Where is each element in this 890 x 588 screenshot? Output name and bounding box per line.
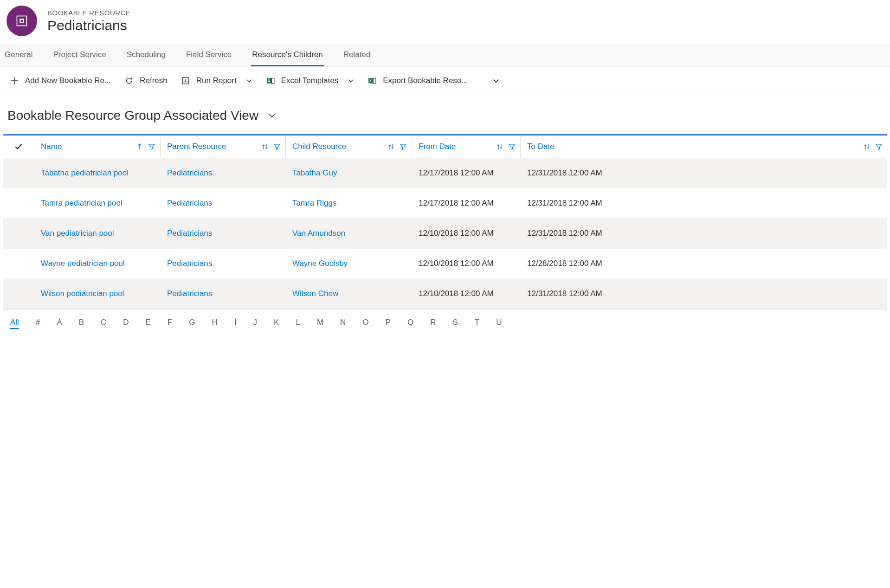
name-link[interactable]: Tabatha pediatrician pool (41, 168, 129, 178)
filter-icon[interactable] (875, 143, 883, 150)
child-link[interactable]: Wayne Goolsby (292, 259, 348, 268)
jump-g[interactable]: G (189, 318, 195, 329)
record-type-label: BOOKABLE RESOURCE (47, 9, 130, 17)
jump-t[interactable]: T (475, 318, 479, 329)
svg-rect-5 (373, 78, 376, 83)
name-link[interactable]: Van pediatrician pool (41, 229, 114, 238)
excel-icon (266, 77, 275, 85)
row-checkbox[interactable] (3, 249, 34, 278)
child-link[interactable]: Tabatha Guy (292, 168, 337, 178)
jump-l[interactable]: L (296, 318, 300, 329)
from-date: 12/10/2018 12:00 AM (419, 229, 494, 238)
svg-rect-0 (17, 16, 27, 26)
report-icon (181, 77, 190, 85)
sort-icon[interactable] (261, 143, 269, 150)
excel-export-icon (368, 77, 376, 85)
toolbar-divider (480, 75, 480, 86)
svg-rect-3 (271, 78, 274, 83)
view-selector[interactable]: Bookable Resource Group Associated View (0, 95, 890, 134)
column-header-parent[interactable]: Parent Resource (161, 136, 286, 158)
checkmark-icon (14, 142, 23, 151)
jump-m[interactable]: M (317, 318, 323, 329)
tab-resource-s-children[interactable]: Resource's Children (251, 44, 324, 66)
parent-link[interactable]: Pediatricians (167, 168, 212, 178)
child-link[interactable]: Van Amundson (292, 229, 345, 238)
add-new-button[interactable]: Add New Bookable Re... (6, 73, 116, 88)
row-checkbox[interactable] (3, 279, 34, 309)
table-row[interactable]: Tabatha pediatrician poolPediatriciansTa… (3, 158, 887, 188)
jump-k[interactable]: K (274, 318, 279, 329)
to-date: 12/31/2018 12:00 AM (527, 289, 602, 298)
jump-u[interactable]: U (496, 318, 502, 329)
row-checkbox[interactable] (3, 219, 34, 248)
row-checkbox[interactable] (3, 188, 34, 218)
jump-c[interactable]: C (101, 318, 106, 329)
jump-o[interactable]: O (362, 318, 368, 329)
tab-field-service[interactable]: Field Service (185, 44, 232, 66)
to-date: 12/31/2018 12:00 AM (527, 199, 602, 208)
jump-d[interactable]: D (123, 318, 129, 329)
table-row[interactable]: Wayne pediatrician poolPediatriciansWayn… (3, 249, 887, 279)
filter-icon[interactable] (508, 143, 516, 150)
jump-b[interactable]: B (79, 318, 84, 329)
jump-n[interactable]: N (340, 318, 346, 329)
jump-s[interactable]: S (452, 318, 458, 329)
name-link[interactable]: Tamra pediatrician pool (41, 199, 123, 208)
filter-icon[interactable] (400, 143, 407, 150)
subgrid-toolbar: Add New Bookable Re... Refresh Run Repor… (0, 67, 890, 95)
tab-project-service[interactable]: Project Service (52, 44, 107, 66)
name-link[interactable]: Wayne pediatrician pool (41, 259, 125, 268)
tab-related[interactable]: Related (342, 44, 372, 66)
column-header-from[interactable]: From Date (412, 136, 521, 158)
column-header-to[interactable]: To Date (521, 136, 887, 158)
sort-icon[interactable] (863, 143, 871, 150)
filter-icon[interactable] (148, 143, 155, 150)
filter-icon[interactable] (273, 143, 281, 150)
name-link[interactable]: Wilson pediatrician pool (41, 289, 124, 298)
chevron-down-icon (268, 111, 276, 120)
sort-asc-icon[interactable] (136, 143, 143, 150)
sort-icon[interactable] (387, 143, 395, 150)
child-link[interactable]: Wilson Chew (292, 289, 338, 298)
sort-icon[interactable] (496, 143, 503, 150)
table-row[interactable]: Tamra pediatrician poolPediatriciansTamr… (3, 188, 887, 219)
parent-link[interactable]: Pediatricians (167, 289, 212, 298)
jump-a[interactable]: A (57, 318, 62, 329)
select-all-checkbox[interactable] (3, 136, 34, 158)
refresh-label: Refresh (140, 76, 168, 85)
jump-j[interactable]: J (253, 318, 258, 329)
export-button[interactable]: Export Bookable Reso... (363, 73, 472, 88)
excel-templates-button[interactable]: Excel Templates (262, 73, 359, 88)
jump-q[interactable]: Q (407, 318, 413, 329)
column-header-name[interactable]: Name (34, 136, 161, 158)
parent-link[interactable]: Pediatricians (167, 229, 212, 238)
tab-general[interactable]: General (4, 44, 33, 66)
record-titles: BOOKABLE RESOURCE Pediatricians (47, 9, 130, 33)
jump-e[interactable]: E (146, 318, 151, 329)
table-row[interactable]: Van pediatrician poolPediatriciansVan Am… (3, 219, 887, 249)
parent-link[interactable]: Pediatricians (167, 199, 212, 208)
jump-i[interactable]: I (234, 318, 237, 329)
jump-f[interactable]: F (168, 318, 172, 329)
grid-header-row: Name Parent Resource Child Resource From… (3, 136, 887, 158)
jump-p[interactable]: P (386, 318, 391, 329)
chevron-down-icon (492, 77, 500, 84)
from-date: 12/10/2018 12:00 AM (419, 259, 494, 268)
table-row[interactable]: Wilson pediatrician poolPediatriciansWil… (3, 279, 887, 309)
tab-scheduling[interactable]: Scheduling (126, 44, 167, 66)
jump-#[interactable]: # (36, 318, 40, 329)
run-report-button[interactable]: Run Report (177, 73, 257, 88)
child-link[interactable]: Tamra Riggs (292, 199, 336, 208)
parent-link[interactable]: Pediatricians (167, 259, 212, 268)
jump-r[interactable]: R (430, 318, 436, 329)
row-checkbox[interactable] (3, 158, 34, 188)
from-date: 12/17/2018 12:00 AM (419, 199, 494, 208)
column-header-child[interactable]: Child Resource (286, 136, 412, 158)
jump-all[interactable]: All (10, 318, 19, 329)
column-label: Parent Resource (167, 142, 226, 151)
refresh-button[interactable]: Refresh (120, 73, 172, 88)
more-commands-button[interactable] (488, 74, 504, 87)
jump-h[interactable]: H (212, 318, 218, 329)
view-title: Bookable Resource Group Associated View (7, 108, 258, 123)
column-label: Child Resource (292, 142, 346, 151)
